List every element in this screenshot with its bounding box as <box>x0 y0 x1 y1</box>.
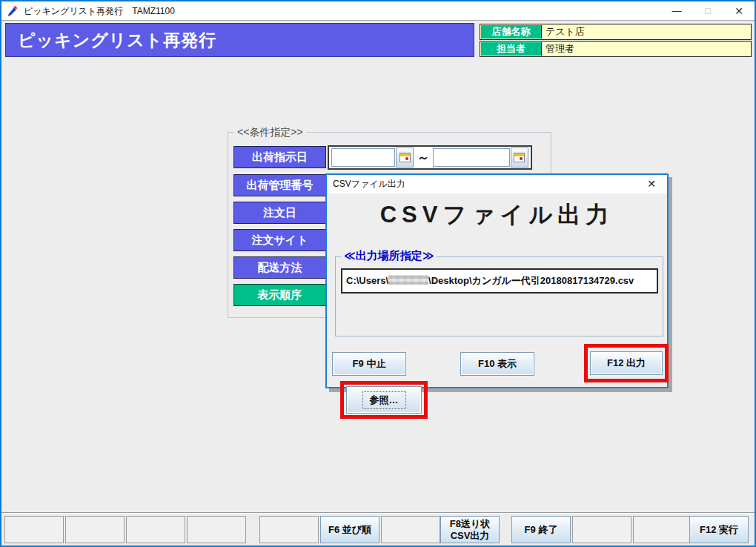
dialog-close-icon[interactable]: ✕ <box>643 175 660 193</box>
path-suffix: \Desktop\カンガルー代引20180817134729.csv <box>428 275 634 286</box>
calendar-icon <box>399 153 411 162</box>
f6-sort-order-button[interactable]: F6 並び順 <box>320 516 379 543</box>
os-titlebar: ピッキングリスト再発行 TAMZ1100 — □ ✕ <box>1 1 755 21</box>
fkey-slot-3 <box>126 516 185 543</box>
csv-output-dialog: CSVファイル出力 ✕ CSVファイル出力 ≪出力場所指定≫ C:\Users\… <box>325 173 669 388</box>
store-name-label: 店舗名称 <box>481 25 542 39</box>
ship-date-range-panel: ～ <box>328 145 532 170</box>
date-picker-to-button[interactable] <box>511 147 528 168</box>
display-order-button[interactable]: 表示順序 <box>233 284 326 306</box>
annotation-box-browse: 参照… <box>340 381 428 419</box>
f10-display-button[interactable]: F10 表示 <box>460 352 534 376</box>
function-key-bar: F6 並び順 F8送り状 CSV出力 F9 終了 F12 実行 <box>1 512 755 546</box>
page-title: ピッキングリスト再発行 <box>6 24 474 56</box>
fkey-slot-5 <box>259 516 319 543</box>
fkey-slot-7 <box>381 516 440 543</box>
annotation-box-f12-output: F12 出力 <box>584 344 669 382</box>
fkey-slot-2 <box>65 516 125 543</box>
operator-value: 管理者 <box>546 42 749 56</box>
dialog-titlebar: CSVファイル出力 ✕ <box>327 175 667 193</box>
condition-group-label: <<条件指定>> <box>234 126 306 139</box>
order-date-button[interactable]: 注文日 <box>233 202 326 224</box>
f12-output-button[interactable]: F12 出力 <box>590 351 663 375</box>
order-site-button[interactable]: 注文サイト <box>233 229 326 251</box>
ship-date-button[interactable]: 出荷指示日 <box>233 146 326 168</box>
window-title: ピッキングリスト再発行 TAMZ1100 <box>24 1 175 21</box>
path-prefix: C:\Users\ <box>346 275 388 286</box>
fkey-slot-11 <box>633 516 692 543</box>
fkey-slot-4 <box>187 516 246 543</box>
ship-control-number-button[interactable]: 出荷管理番号 <box>233 174 326 196</box>
app-window: ピッキングリスト再発行 TAMZ1100 — □ ✕ ピッキングリスト再発行 店… <box>0 0 756 547</box>
app-icon <box>7 5 19 17</box>
browse-button[interactable]: 参照… <box>346 386 422 414</box>
dialog-heading: CSVファイル出力 <box>327 199 667 231</box>
store-name-value: テスト店 <box>546 24 749 39</box>
close-button[interactable]: ✕ <box>726 1 752 21</box>
output-path-field[interactable]: C:\Users\\Desktop\カンガルー代引20180817134729.… <box>341 268 658 294</box>
output-location-groupbox: ≪出力場所指定≫ C:\Users\\Desktop\カンガルー代引201808… <box>335 256 663 337</box>
date-picker-from-button[interactable] <box>396 147 414 168</box>
store-name-field: 店舗名称 テスト店 <box>480 24 752 40</box>
operator-label: 担当者 <box>481 42 542 56</box>
delivery-method-button[interactable]: 配送方法 <box>233 256 326 279</box>
maximize-button[interactable]: □ <box>695 1 720 21</box>
f12-execute-button[interactable]: F12 実行 <box>689 516 749 543</box>
f8-shipping-csv-button[interactable]: F8送り状 CSV出力 <box>440 516 500 543</box>
operator-field: 担当者 管理者 <box>480 41 752 57</box>
ship-date-from-input[interactable] <box>331 148 395 167</box>
output-location-label: ≪出力場所指定≫ <box>341 249 437 263</box>
f9-cancel-button[interactable]: F9 中止 <box>332 352 406 376</box>
date-range-tilde: ～ <box>414 149 432 166</box>
fkey-slot-10 <box>572 516 631 543</box>
ship-date-to-input[interactable] <box>433 148 510 167</box>
f9-exit-button[interactable]: F9 終了 <box>511 516 571 543</box>
masked-username <box>388 275 428 285</box>
dialog-title: CSVファイル出力 <box>333 175 405 193</box>
fkey-slot-1 <box>4 516 64 543</box>
calendar-icon <box>514 153 525 162</box>
minimize-button[interactable]: — <box>664 1 689 21</box>
screen-header: ピッキングリスト再発行 <box>5 23 474 57</box>
browse-button-label: 参照… <box>362 391 406 409</box>
